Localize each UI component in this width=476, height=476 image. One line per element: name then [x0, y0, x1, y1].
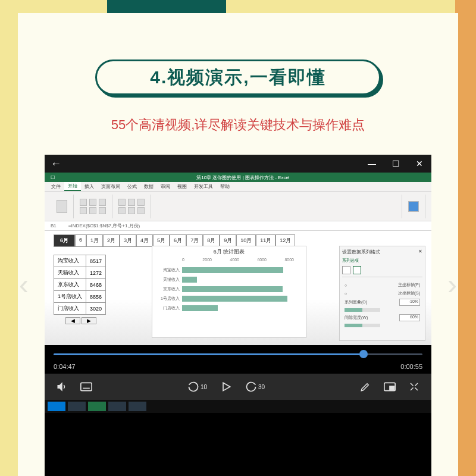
font-icon[interactable]	[99, 199, 106, 206]
format-series-icon[interactable]	[353, 266, 361, 274]
chart-bar[interactable]	[182, 277, 197, 283]
excel-tab[interactable]: 文件	[48, 182, 64, 191]
seek-thumb-icon[interactable]	[359, 350, 368, 358]
table-row: 门店收入3020	[54, 303, 106, 315]
excel-tab[interactable]: 审阅	[157, 182, 174, 191]
radio-primary-axis[interactable]: 主坐标轴(P)	[398, 282, 420, 288]
play-button[interactable]	[220, 381, 232, 393]
window-titlebar: ← — ☐ ✕	[45, 155, 431, 173]
month-tab[interactable]: 2月	[103, 234, 120, 247]
pen-icon[interactable]	[360, 381, 371, 392]
window-minimize-button[interactable]: —	[360, 159, 384, 168]
align-icon[interactable]	[137, 199, 145, 206]
font-icon[interactable]	[89, 207, 96, 214]
scroll-left-button[interactable]: ◀	[65, 317, 80, 324]
sheet-scroll: ◀ ▶	[65, 317, 96, 324]
chart-bar-row: 1号店收入	[158, 296, 300, 302]
month-tab[interactable]: 12月	[275, 234, 295, 247]
radio-secondary-axis[interactable]: 次坐标轴(S)	[398, 290, 420, 296]
month-tab[interactable]: 4月	[136, 234, 153, 247]
align-icon[interactable]	[137, 207, 145, 214]
month-tab[interactable]: 1月	[86, 234, 103, 247]
gap-slider[interactable]	[345, 324, 380, 327]
excel-tab[interactable]: 公式	[124, 182, 140, 191]
excel-ribbon-tabs: 文件 开始 插入 页面布局 公式 数据 审阅 视图 开发工具 帮助	[45, 182, 431, 192]
month-tab[interactable]: 7月	[186, 234, 203, 247]
data-table: 淘宝收入8517 天猫收入1272 京东收入8468 1号店收入8856 门店收…	[54, 255, 106, 315]
excel-tab[interactable]: 开发工具	[190, 182, 217, 191]
chart-bar[interactable]	[182, 286, 283, 292]
remaining-time: 0:00:55	[400, 363, 422, 370]
month-tab[interactable]: 5月	[153, 234, 170, 247]
font-icon[interactable]	[80, 207, 87, 214]
chart-bar-row: 门店收入	[158, 305, 300, 311]
start-button[interactable]	[48, 402, 65, 411]
excel-tab[interactable]: 数据	[140, 182, 157, 191]
chart-bar[interactable]	[182, 267, 283, 273]
month-tab-selected[interactable]: 6月	[54, 234, 75, 247]
month-tab[interactable]: 6月	[170, 234, 186, 247]
paste-icon[interactable]	[57, 200, 67, 213]
table-row: 京东收入8468	[54, 279, 106, 291]
chart-bar-label: 天猫收入	[158, 277, 182, 283]
share-icon[interactable]	[408, 201, 419, 212]
font-icon[interactable]	[99, 207, 106, 214]
skip-back-button[interactable]: 10	[187, 381, 207, 393]
month-tab[interactable]: 3月	[120, 234, 136, 247]
taskbar-item[interactable]	[129, 402, 146, 411]
chart-bar[interactable]	[182, 296, 287, 302]
month-tab[interactable]: 9月	[220, 234, 236, 247]
format-panel-title: 设置数据系列格式	[342, 249, 380, 255]
font-icon[interactable]	[80, 199, 87, 206]
carousel-next-icon[interactable]: ›	[447, 268, 457, 300]
video-time-display: 0:04:47 0:00:55	[45, 363, 431, 374]
align-icon[interactable]	[118, 199, 126, 206]
scroll-right-button[interactable]: ▶	[82, 317, 96, 324]
chart-bar-row: 天猫收入	[158, 277, 300, 283]
chart-bar-label: 京东收入	[158, 286, 182, 292]
video-seekbar[interactable]	[45, 345, 431, 363]
chart-bar[interactable]	[182, 305, 218, 311]
volume-icon[interactable]	[57, 381, 67, 392]
chart-axis: 0 2000 4000 6000 8000	[152, 258, 306, 262]
excel-tab[interactable]: 视图	[174, 182, 190, 191]
align-icon[interactable]	[128, 199, 135, 206]
seek-track[interactable]	[54, 353, 422, 355]
excel-tab[interactable]: 页面布局	[98, 182, 124, 191]
video-controls: 10 30	[45, 374, 431, 400]
excel-tab[interactable]: 帮助	[217, 182, 233, 191]
carousel-prev-icon[interactable]: ‹	[19, 268, 29, 300]
format-section-label: 系列选项	[342, 258, 422, 264]
format-panel-close-icon[interactable]: ✕	[418, 249, 422, 255]
table-row: 淘宝收入8517	[54, 255, 106, 267]
taskbar-item[interactable]	[108, 402, 126, 411]
month-tab[interactable]: 10月	[236, 234, 256, 247]
formula-bar[interactable]: B1 =INDEX($C$1:$N$7,序号+1,月份)	[45, 221, 431, 231]
gap-input[interactable]: 60%	[399, 314, 420, 321]
pip-icon[interactable]	[384, 382, 396, 392]
back-arrow-icon[interactable]: ←	[51, 158, 61, 170]
overlap-slider[interactable]	[345, 308, 380, 312]
excel-tab[interactable]: 插入	[81, 182, 98, 191]
window-close-button[interactable]: ✕	[408, 159, 431, 168]
bar-chart[interactable]: 6月 统计图表 0 2000 4000 6000 8000 淘宝收入天猫收入京东…	[152, 246, 306, 338]
overlap-input[interactable]: -10%	[399, 299, 420, 306]
month-tab[interactable]: 11月	[256, 234, 275, 247]
font-icon[interactable]	[89, 199, 96, 206]
format-panel: 设置数据系列格式 ✕ 系列选项 ○主坐标轴(P) ○次坐标轴(S)	[339, 246, 425, 341]
fullscreen-icon[interactable]	[409, 381, 419, 392]
format-fill-icon[interactable]	[342, 266, 350, 274]
window-maximize-button[interactable]: ☐	[384, 159, 408, 168]
table-row: 1号店收入8856	[54, 291, 106, 303]
month-tab[interactable]: 8月	[203, 234, 220, 247]
align-icon[interactable]	[118, 207, 126, 214]
taskbar-item[interactable]	[88, 402, 106, 411]
excel-titlebar: ☐ 第10章 迷你图的使用 | 图表操作方法 - Excel	[45, 173, 431, 182]
skip-forward-button[interactable]: 30	[245, 381, 265, 393]
subtitle-icon[interactable]	[80, 382, 92, 392]
align-icon[interactable]	[128, 207, 135, 214]
taskbar-item[interactable]	[68, 402, 86, 411]
chart-title: 6月 统计图表	[152, 246, 306, 258]
month-tab[interactable]: 6	[75, 234, 86, 247]
excel-tab-active[interactable]: 开始	[64, 182, 81, 191]
